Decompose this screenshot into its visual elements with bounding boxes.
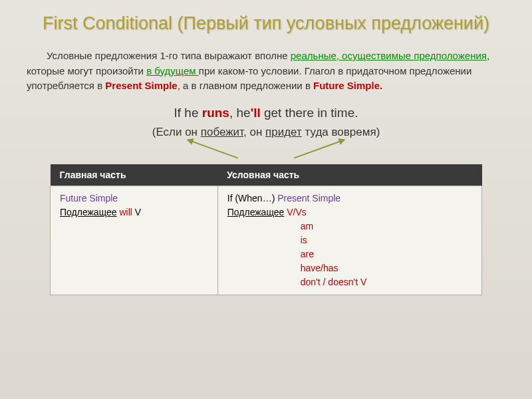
ex-ru-2: , он [243, 126, 265, 138]
table-row: Future Simple Подлежащее will V If (When… [51, 186, 482, 295]
cell2-are: are [227, 249, 314, 259]
table-cell-main: Future Simple Подлежащее will V [51, 186, 218, 295]
cell1-will: will [117, 207, 132, 217]
green-text-2: в будущем [146, 65, 199, 76]
cell2-dont: don't / doesn't V [227, 277, 367, 287]
grammar-table: Главная часть Условная часть Future Simp… [50, 164, 482, 295]
example-english: If he runs, he'll get there in time. [27, 106, 505, 120]
cell1-tense: Future Simple [60, 193, 118, 203]
slide-title: First Conditional (Первый тип условных п… [27, 13, 505, 34]
ex-en-1: If he [174, 106, 201, 120]
red-text-2: Future Simple. [313, 80, 382, 91]
ex-en-verb1: runs [202, 106, 229, 120]
table-cell-conditional: If (When…) Present Simple Подлежащее V/V… [217, 186, 481, 295]
red-text-1: Present Simple [105, 80, 177, 91]
arrow-right-icon [294, 139, 344, 158]
cell2-have: have/has [227, 263, 338, 273]
cell1-v: V [132, 207, 141, 217]
table-header-1: Главная часть [51, 164, 218, 186]
cell2-if: If (When…) [227, 193, 277, 203]
table-header-row: Главная часть Условная часть [51, 164, 482, 186]
text-part-1: Условные предложения 1-го типа выражают … [47, 50, 291, 61]
cell2-tense: Present Simple [277, 193, 340, 203]
cell1-subject: Подлежащее [60, 207, 117, 217]
ex-ru-1: Если он [156, 126, 200, 138]
table-header-2: Условная часть [217, 164, 481, 186]
ex-en-2: , he [229, 106, 251, 120]
cell2-is: is [227, 235, 307, 245]
example-russian: (Если он побежит, он придет туда вовремя… [27, 126, 505, 139]
text-part-4: , а в главном предложении в [178, 80, 313, 91]
cell2-subject: Подлежащее [227, 207, 285, 217]
cell2-am: am [227, 221, 313, 231]
ex-en-verb2: 'll [251, 106, 261, 120]
ex-ru-u1: побежит [201, 126, 243, 138]
ex-en-3: get there in time. [261, 106, 358, 120]
cell2-vvs: V/Vs [284, 207, 306, 217]
arrow-left-icon [188, 139, 238, 158]
body-paragraph: Условные предложения 1-го типа выражают … [27, 49, 505, 94]
ex-ru-3: туда вовремя) [302, 126, 380, 138]
arrows-container [27, 144, 505, 164]
ex-ru-u2: придет [265, 126, 302, 138]
green-text-1: реальные, осуществимые предположения [291, 50, 487, 61]
